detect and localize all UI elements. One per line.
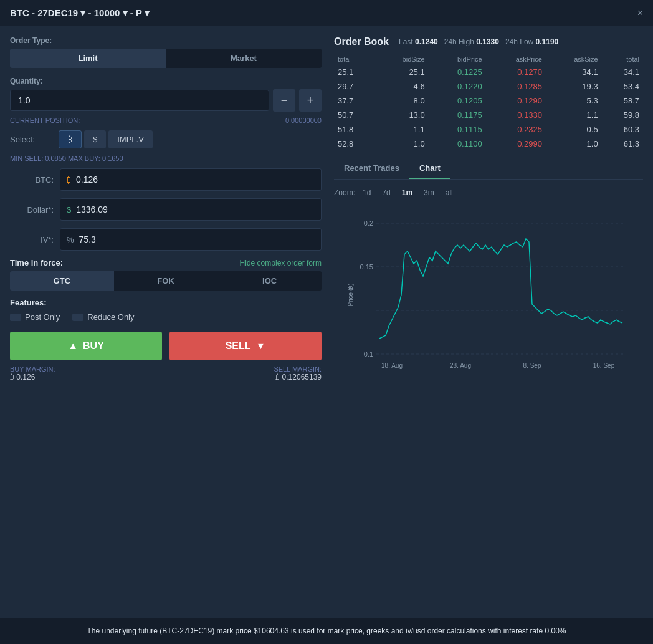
- quantity-label: Quantity:: [10, 77, 322, 85]
- svg-text:8. Sep: 8. Sep: [523, 362, 541, 369]
- reduce-only-checkbox[interactable]: Reduce Only: [72, 312, 134, 322]
- tif-ioc-button[interactable]: IOC: [217, 271, 322, 291]
- table-row[interactable]: 25.1 25.1 0.1225 0.1270 34.1 34.1: [334, 65, 643, 79]
- tif-gtc-button[interactable]: GTC: [10, 271, 114, 291]
- col-asksize: askSize: [546, 54, 602, 65]
- iv-input[interactable]: [79, 234, 315, 244]
- btc-field-row: BTC: ₿: [10, 168, 322, 191]
- cell-total1: 52.8: [334, 137, 375, 151]
- iv-label: IV*:: [10, 235, 54, 244]
- cell-bidsize: 1.1: [375, 122, 428, 137]
- svg-text:18. Aug: 18. Aug: [381, 362, 403, 369]
- order-book-table: total bidSize bidPrice askPrice askSize …: [334, 54, 643, 151]
- dollar-input[interactable]: [76, 204, 315, 214]
- cell-total1: 51.8: [334, 122, 375, 137]
- right-panel: Order Book Last 0.1240 24h High 0.1330 2…: [334, 36, 643, 382]
- tif-buttons: GTC FOK IOC: [10, 271, 322, 291]
- high-value: 0.1330: [476, 37, 499, 46]
- select-implv-button[interactable]: IMPL.V: [108, 130, 153, 148]
- low-value: 0.1190: [536, 37, 559, 46]
- cell-bidprice: 0.1175: [429, 108, 486, 122]
- zoom-row: Zoom: 1d 7d 1m 3m all: [334, 187, 643, 198]
- qty-minus-button[interactable]: −: [273, 89, 295, 112]
- cell-askprice: 0.2325: [486, 122, 546, 137]
- table-row[interactable]: 50.7 13.0 0.1175 0.1330 1.1 59.8: [334, 108, 643, 122]
- cell-bidsize: 1.0: [375, 137, 428, 151]
- svg-text:0.2: 0.2: [364, 219, 373, 227]
- sell-button[interactable]: SELL ▼: [169, 332, 322, 360]
- cell-bidprice: 0.1115: [429, 122, 486, 137]
- left-panel: Order Type: Limit Market Quantity: − + C…: [10, 36, 322, 382]
- cell-askprice: 0.1330: [486, 108, 546, 122]
- cell-asksize: 1.0: [546, 137, 602, 151]
- cell-bidprice: 0.1225: [429, 65, 486, 79]
- table-row[interactable]: 37.7 8.0 0.1205 0.1290 5.3 58.7: [334, 94, 643, 108]
- buy-margin-section: BUY MARGIN: ₿ 0.126: [10, 365, 55, 382]
- table-row[interactable]: 51.8 1.1 0.1115 0.2325 0.5 60.3: [334, 122, 643, 137]
- dollar-icon: $: [67, 205, 71, 214]
- select-buttons: ₿ $ IMPL.V: [59, 130, 153, 148]
- reduce-only-toggle: [72, 314, 83, 321]
- tif-fok-button[interactable]: FOK: [114, 271, 218, 291]
- tab-market[interactable]: Market: [166, 49, 322, 68]
- cell-total2: 53.4: [602, 79, 643, 94]
- features-label: Features:: [10, 298, 322, 307]
- cell-bidsize: 13.0: [375, 108, 428, 122]
- zoom-7d-button[interactable]: 7d: [378, 187, 394, 198]
- buy-sell-row: ▲ BUY SELL ▼: [10, 332, 322, 360]
- cell-asksize: 1.1: [546, 108, 602, 122]
- table-row[interactable]: 52.8 1.0 0.1100 0.2990 1.0 61.3: [334, 137, 643, 151]
- close-button[interactable]: ×: [637, 7, 643, 19]
- price-chart: 0.2 0.15 0.1 Price (₿) 18. Aug 28. Aug 8…: [334, 204, 643, 373]
- buy-button[interactable]: ▲ BUY: [10, 332, 162, 360]
- low-label: 24h Low: [505, 37, 533, 46]
- tab-recent-trades[interactable]: Recent Trades: [334, 158, 409, 179]
- col-total2: total: [602, 54, 643, 65]
- sell-margin-label: SELL MARGIN:: [274, 365, 322, 373]
- content-area: Order Type: Limit Market Quantity: − + C…: [0, 26, 653, 392]
- checkboxes-group: Post Only Reduce Only: [10, 312, 322, 322]
- buy-margin-label: BUY MARGIN:: [10, 365, 55, 373]
- cell-bidprice: 0.1100: [429, 137, 486, 151]
- zoom-1m-button[interactable]: 1m: [398, 187, 416, 198]
- cell-total1: 25.1: [334, 65, 375, 79]
- order-type-section: Order Type: Limit Market: [10, 36, 322, 68]
- current-position-label: CURRENT POSITION:: [10, 117, 80, 124]
- tif-header: Time in force: Hide complex order form: [10, 258, 322, 267]
- quantity-input[interactable]: [10, 90, 269, 111]
- zoom-1d-button[interactable]: 1d: [359, 187, 374, 198]
- tab-chart[interactable]: Chart: [409, 158, 450, 179]
- post-only-toggle: [10, 314, 21, 321]
- cell-askprice: 0.1285: [486, 79, 546, 94]
- current-position-row: CURRENT POSITION: 0.00000000: [10, 117, 322, 124]
- col-total1: total: [334, 54, 375, 65]
- sell-margin-value: ₿ 0.12065139: [274, 373, 322, 382]
- zoom-all-button[interactable]: all: [442, 187, 457, 198]
- iv-input-wrap: %: [60, 228, 322, 251]
- sell-margin-section: SELL MARGIN: ₿ 0.12065139: [274, 365, 322, 382]
- cell-bidprice: 0.1205: [429, 94, 486, 108]
- qty-plus-button[interactable]: +: [299, 89, 322, 112]
- dollar-field-row: Dollar*: $: [10, 198, 322, 221]
- svg-text:16. Sep: 16. Sep: [593, 362, 615, 369]
- cell-total1: 37.7: [334, 94, 375, 108]
- cell-total1: 29.7: [334, 79, 375, 94]
- btc-input[interactable]: [76, 175, 315, 185]
- cell-asksize: 0.5: [546, 122, 602, 137]
- tab-limit[interactable]: Limit: [10, 49, 166, 68]
- select-btc-button[interactable]: ₿: [59, 130, 82, 148]
- min-max-row: MIN SELL: 0.0850 MAX BUY: 0.1650: [10, 155, 322, 162]
- post-only-checkbox[interactable]: Post Only: [10, 312, 60, 322]
- zoom-3m-button[interactable]: 3m: [420, 187, 438, 198]
- table-row[interactable]: 29.7 4.6 0.1220 0.1285 19.3 53.4: [334, 79, 643, 94]
- cell-total2: 34.1: [602, 65, 643, 79]
- btc-label: BTC:: [10, 175, 54, 185]
- col-bidsize: bidSize: [375, 54, 428, 65]
- select-dollar-button[interactable]: $: [84, 130, 106, 148]
- main-window: BTC - 27DEC19 ▾ - 10000 ▾ - P ▾ × Order …: [0, 0, 653, 644]
- cell-asksize: 5.3: [546, 94, 602, 108]
- dollar-input-wrap: $: [60, 198, 322, 221]
- high-label: 24h High: [444, 37, 474, 46]
- hide-complex-link[interactable]: Hide complex order form: [240, 259, 322, 267]
- cell-askprice: 0.1290: [486, 94, 546, 108]
